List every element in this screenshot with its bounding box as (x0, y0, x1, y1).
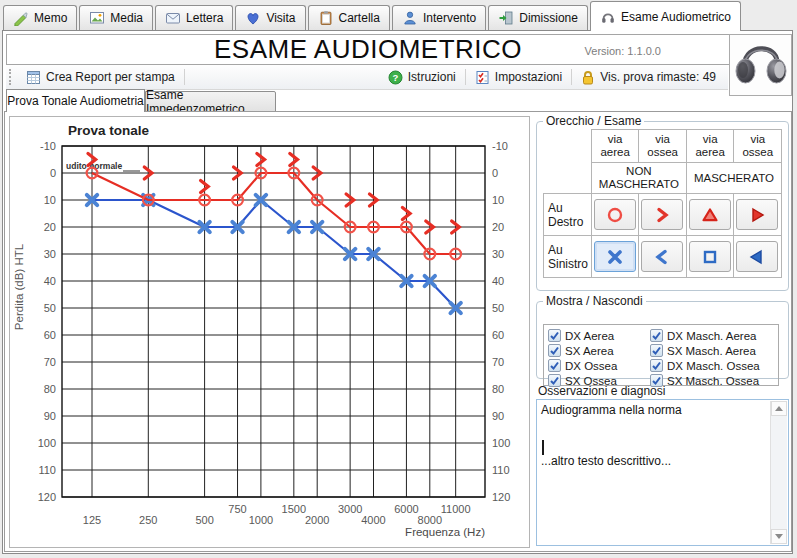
instructions-button[interactable]: ? Istruzioni (382, 68, 462, 87)
ear-exam-group: Orecchio / Esame via aerea via ossea via… (536, 114, 789, 291)
group-title: Mostra / Nascondi (543, 294, 646, 308)
svg-text:-10: -10 (40, 140, 56, 152)
square-outline-icon (700, 247, 720, 267)
svg-text:0: 0 (492, 167, 498, 179)
image-icon (89, 10, 105, 26)
chevron-right-icon (652, 205, 672, 225)
subtab-prova-tonale[interactable]: Prova Tonale Audiometria (6, 89, 145, 112)
checkbox-icon (650, 329, 663, 342)
tab-esame-audiometrico[interactable]: Esame Audiometrico (590, 1, 741, 31)
btn-dx-aerea-mascherato[interactable] (689, 199, 731, 230)
svg-text:-10: -10 (492, 140, 508, 152)
checkbox-label: DX Ossea (565, 360, 617, 372)
group-header-non-mascherato: NON MASCHERATO (591, 163, 686, 194)
text-caret (542, 440, 544, 455)
headphones-art (733, 38, 789, 92)
toolbar-separator (571, 69, 572, 85)
tab-label: Lettera (186, 11, 223, 25)
svg-text:50: 50 (44, 302, 56, 314)
checkbox-dx-aerea[interactable]: DX Aerea (548, 329, 650, 342)
svg-text:50: 50 (492, 302, 504, 314)
tab-lettera[interactable]: Lettera (155, 5, 233, 30)
show-hide-group: Mostra / Nascondi DX Aerea DX Masch. Aer… (536, 294, 789, 379)
svg-text:Perdita (dB) HTL: Perdita (dB) HTL (13, 243, 25, 330)
row-label-au-sinistro: Au Sinistro (544, 236, 592, 278)
padlock-icon (581, 70, 595, 85)
svg-text:125: 125 (83, 514, 101, 526)
group-title: Orecchio / Esame (543, 114, 644, 128)
create-report-button[interactable]: Crea Report per stampa (20, 68, 181, 87)
show-hide-panel: DX Aerea DX Masch. Aerea SX Aerea SX Mas… (543, 324, 779, 386)
subtab-impedenzometrico[interactable]: Esame Impedenzometrico (145, 91, 276, 112)
headphones-image (729, 34, 792, 96)
toolbar-label: Impostazioni (495, 70, 562, 84)
checkbox-icon (548, 344, 561, 357)
triangle-left-filled-icon (747, 247, 767, 267)
svg-text:?: ? (392, 72, 398, 83)
main-tabstrip: Memo Media Lettera Visita Cartella Inter… (0, 0, 797, 30)
observations-label: Osservazioni e diagnosi (538, 384, 665, 398)
col-header: via aerea (591, 130, 639, 163)
toolbar-label: Istruzioni (408, 70, 456, 84)
checkbox-label: DX Aerea (565, 330, 614, 342)
tab-cartella[interactable]: Cartella (308, 5, 390, 30)
tab-visita[interactable]: Visita (235, 5, 305, 30)
svg-text:250: 250 (139, 514, 157, 526)
svg-text:6000: 6000 (394, 503, 418, 515)
tab-label: Cartella (339, 11, 380, 25)
svg-text:60: 60 (44, 329, 56, 341)
tab-label: Intervento (423, 11, 476, 25)
person-icon (402, 10, 418, 26)
tab-memo[interactable]: Memo (3, 5, 77, 30)
toolbar-gripper[interactable] (9, 69, 16, 85)
tab-label: Visita (266, 11, 295, 25)
checkbox-sx-masch-ossea[interactable]: SX Masch. Ossea (650, 374, 778, 387)
svg-text:20: 20 (44, 221, 56, 233)
scroll-up-arrow[interactable] (771, 401, 787, 416)
btn-sx-aerea-non-mascherato[interactable] (594, 241, 636, 272)
tab-label: Dimissione (519, 11, 578, 25)
btn-sx-aerea-mascherato[interactable] (689, 241, 731, 272)
tab-page-content: -10-100010102020303040405050606070708080… (4, 111, 792, 552)
tests-remaining-indicator: Vis. prova rimaste: 49 (575, 68, 722, 87)
clipboard-icon (318, 10, 334, 26)
btn-dx-ossea-mascherato[interactable] (736, 199, 778, 230)
svg-text:1500: 1500 (282, 503, 306, 515)
btn-dx-aerea-non-mascherato[interactable] (594, 199, 636, 230)
svg-text:10: 10 (492, 194, 504, 206)
svg-text:500: 500 (195, 514, 213, 526)
envelope-icon (165, 10, 181, 26)
checkbox-sx-masch-aerea[interactable]: SX Masch. Aerea (650, 344, 778, 357)
svg-text:110: 110 (38, 464, 56, 476)
tab-intervento[interactable]: Intervento (392, 5, 486, 30)
svg-text:4000: 4000 (361, 514, 385, 526)
observations-textarea[interactable]: Audiogramma nella norma ...altro testo d… (536, 399, 789, 546)
audiogram-svg: -10-100010102020303040405050606070708080… (10, 117, 529, 547)
checkbox-dx-masch-ossea[interactable]: DX Masch. Ossea (650, 359, 778, 372)
checkbox-sx-aerea[interactable]: SX Aerea (548, 344, 650, 357)
exit-door-icon (498, 10, 514, 26)
settings-button[interactable]: Impostazioni (469, 68, 568, 87)
svg-text:70: 70 (44, 356, 56, 368)
checkbox-dx-masch-aerea[interactable]: DX Masch. Aerea (650, 329, 778, 342)
svg-text:750: 750 (228, 503, 246, 515)
svg-text:70: 70 (492, 356, 504, 368)
tab-dimissione[interactable]: Dimissione (488, 5, 588, 30)
col-header: via ossea (639, 130, 687, 163)
scrollbar[interactable] (770, 401, 787, 544)
tab-media[interactable]: Media (79, 5, 153, 30)
toolbar-separator (465, 69, 466, 85)
svg-text:80: 80 (492, 383, 504, 395)
tab-label: Memo (34, 11, 67, 25)
btn-dx-ossea-non-mascherato[interactable] (641, 199, 683, 230)
toolbar-separator (184, 69, 185, 85)
btn-sx-ossea-non-mascherato[interactable] (641, 241, 683, 272)
checkbox-dx-ossea[interactable]: DX Ossea (548, 359, 650, 372)
observations-text: Audiogramma nella norma ...altro testo d… (541, 402, 768, 470)
checkbox-label: SX Aerea (565, 345, 614, 357)
circle-outline-icon (605, 205, 625, 225)
scroll-down-arrow[interactable] (771, 529, 787, 544)
btn-sx-ossea-mascherato[interactable] (736, 241, 778, 272)
main-panel: ESAME AUDIOMETRICO Version: 1.1.0.0 Crea… (2, 30, 793, 554)
toolbar-label: Crea Report per stampa (46, 70, 175, 84)
